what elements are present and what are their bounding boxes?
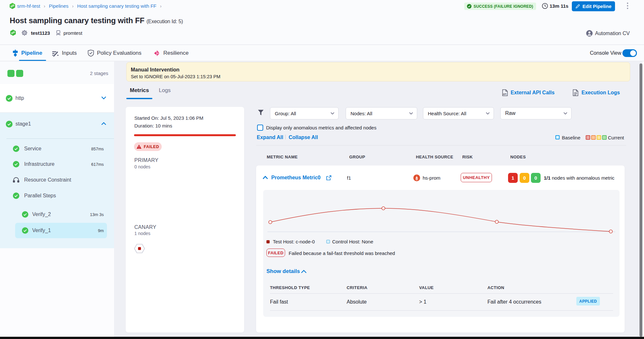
svg-text:API: API — [503, 93, 506, 95]
